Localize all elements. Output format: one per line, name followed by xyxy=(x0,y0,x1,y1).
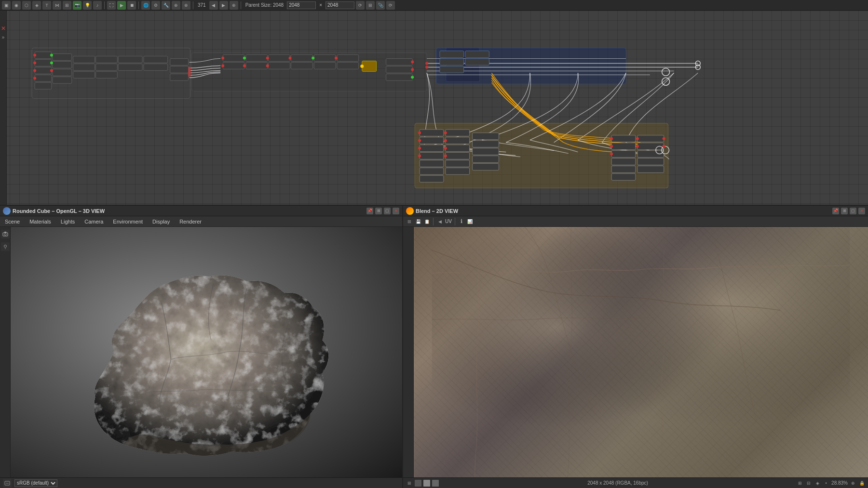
toolbar-icon-sync[interactable]: ⟳ xyxy=(356,1,365,10)
zoom-level: 28.83% xyxy=(831,480,848,486)
toolbar-icon-18[interactable]: ◀ xyxy=(209,1,218,10)
menu-environment[interactable]: Environment xyxy=(111,218,145,225)
svg-rect-131 xyxy=(4,232,6,233)
sep-4 xyxy=(241,1,241,9)
view-2d-pin[interactable]: 📌 xyxy=(832,208,839,214)
toolbar-icon-23[interactable]: ⟳ xyxy=(386,1,395,10)
color-profile-select[interactable]: sRGB (default) xyxy=(14,479,57,487)
toolbar-icon-8[interactable]: 📷 xyxy=(73,1,81,10)
toolbar-number-1: 371 xyxy=(196,2,208,8)
view-3d-maximize[interactable]: ▢ xyxy=(384,208,391,214)
view-2d-left-icons: ⊞ xyxy=(406,480,439,487)
view-2d-restore[interactable]: ⊞ xyxy=(841,208,848,214)
size-input-2[interactable] xyxy=(326,1,354,9)
toolbar-mesh-icon[interactable]: ▣ xyxy=(2,1,11,10)
toolbar-icon-2[interactable]: ◉ xyxy=(12,1,21,10)
view-3d-restore[interactable]: ⊞ xyxy=(375,208,382,214)
toolbar-icon-7[interactable]: ⊞ xyxy=(63,1,71,10)
blend-icon xyxy=(406,207,414,215)
toolbar-icon-10[interactable]: ♪ xyxy=(93,1,102,10)
2d-info-icon[interactable]: ℹ xyxy=(458,218,465,225)
main-area: ✕ » xyxy=(0,11,868,488)
view-3d-bottom: sRGB (default) xyxy=(0,477,402,488)
menu-materials[interactable]: Materials xyxy=(27,218,53,225)
toolbar-icon-19[interactable]: ▶ xyxy=(219,1,228,10)
view-2d-toolbar: ⊞ 💾 📋 ◀ UV ℹ 📊 xyxy=(403,216,868,227)
2d-graph-icon[interactable]: 📊 xyxy=(467,218,474,225)
toolbar-icon-13[interactable]: ⏹ xyxy=(127,1,136,10)
2d-bottom-right: ⊞ ⊟ ◈ • 28.83% ⊕ 🔒 xyxy=(797,480,865,487)
3d-bottom-render-icon[interactable] xyxy=(3,479,12,488)
view-3d-close[interactable]: ✕ xyxy=(393,208,399,214)
2d-bottom-right-icon6[interactable]: 🔒 xyxy=(858,480,865,487)
texture-2d-preview xyxy=(414,227,868,477)
toolbar-icon-21[interactable]: ⊞ xyxy=(366,1,375,10)
rock-3d-preview xyxy=(11,227,402,477)
left-panel-x-button[interactable]: ✕ xyxy=(0,25,7,32)
view-3d-panel: Rounded Cube – OpenGL – 3D VIEW 📌 ⊞ ▢ ✕ … xyxy=(0,206,403,488)
toolbar-icon-16[interactable]: ⊕ xyxy=(172,1,180,10)
toolbar-icon-4[interactable]: ◈ xyxy=(32,1,41,10)
node-editor-background xyxy=(0,11,868,205)
2d-bottom-icon-4[interactable] xyxy=(432,480,439,487)
2d-bottom-icon-2[interactable] xyxy=(415,480,421,487)
light-tool-icon[interactable] xyxy=(1,242,10,251)
camera-icon-3d xyxy=(3,207,11,215)
toolbar-icon-5[interactable]: T xyxy=(42,1,51,10)
2d-bottom-right-icon4[interactable]: • xyxy=(823,480,829,487)
toolbar-icon-11[interactable]: ⛶ xyxy=(107,1,116,10)
menu-renderer[interactable]: Renderer xyxy=(177,218,203,225)
node-editor: ✕ » xyxy=(0,11,868,206)
view-2d-close[interactable]: ✕ xyxy=(858,208,865,214)
2d-bottom-icon-3[interactable] xyxy=(423,480,430,487)
toolbar-icon-6[interactable]: ⋈ xyxy=(53,1,61,10)
view-2d-header: Blend – 2D VIEW 📌 ⊞ ▢ ✕ xyxy=(403,206,868,216)
2d-bottom-right-icon3[interactable]: ◈ xyxy=(814,480,821,487)
view-2d-panel: Blend – 2D VIEW 📌 ⊞ ▢ ✕ ⊞ 💾 📋 ◀ UV ℹ 📊 xyxy=(403,206,868,488)
2d-toolbar-icon-3[interactable]: 📋 xyxy=(423,218,430,225)
toolbar-icon-12[interactable]: ▶ xyxy=(117,1,126,10)
2d-toolbar-icon-2[interactable]: 💾 xyxy=(415,218,421,225)
menu-scene[interactable]: Scene xyxy=(3,218,22,225)
toolbar-icon-3[interactable]: ⬡ xyxy=(22,1,31,10)
menu-camera[interactable]: Camera xyxy=(82,218,105,225)
size-x-label: × xyxy=(317,2,324,8)
bottom-panels: Rounded Cube – OpenGL – 3D VIEW 📌 ⊞ ▢ ✕ … xyxy=(0,206,868,488)
parent-size-label: Parent Size: 2048 xyxy=(244,2,286,8)
toolbar-icon-22[interactable]: 📎 xyxy=(376,1,385,10)
uv-mode-label: UV xyxy=(445,219,452,224)
menu-lights[interactable]: Lights xyxy=(59,218,77,225)
view-3d-pin[interactable]: 📌 xyxy=(366,208,373,214)
toolbar-icon-14[interactable]: ⚙ xyxy=(151,1,160,10)
view-2d-content xyxy=(403,227,868,477)
2d-toolbar-icon-1[interactable]: ⊞ xyxy=(406,218,413,225)
2d-bottom-right-icon5[interactable]: ⊕ xyxy=(850,480,856,487)
2d-sep-2 xyxy=(455,218,455,225)
svg-point-132 xyxy=(4,245,6,248)
toolbar-icon-9[interactable]: 💡 xyxy=(83,1,92,10)
view-2d-left-panel xyxy=(403,227,414,477)
top-toolbar: ▣ ◉ ⬡ ◈ T ⋈ ⊞ 📷 💡 ♪ ⛶ ▶ ⏹ 🌐 ⚙ 🔧 ⊕ ⊗ 371 … xyxy=(0,0,868,11)
toolbar-icon-20[interactable]: ⊕ xyxy=(230,1,238,10)
2d-bottom-right-icon2[interactable]: ⊟ xyxy=(805,480,812,487)
toolbar-icon-scene[interactable]: 🌐 xyxy=(141,1,150,10)
left-panel-expand-button[interactable]: » xyxy=(0,34,7,40)
svg-rect-137 xyxy=(432,227,850,477)
2d-bottom-right-icon1[interactable]: ⊞ xyxy=(797,480,803,487)
view-3d-menubar: Scene Materials Lights Camera Environmen… xyxy=(0,216,402,227)
view-3d-title: Rounded Cube – OpenGL – 3D VIEW xyxy=(13,208,105,214)
camera-tool-icon[interactable] xyxy=(1,230,10,238)
view-3d-content xyxy=(0,227,402,477)
2d-sep-1 xyxy=(433,218,434,225)
menu-display[interactable]: Display xyxy=(150,218,172,225)
2d-toolbar-icon-4[interactable]: ◀ xyxy=(436,218,443,225)
view-2d-bottom: ⊞ 2048 x 2048 (RGBA, 16bpc) ⊞ ⊟ ◈ • 28.8… xyxy=(403,477,868,488)
size-input-1[interactable] xyxy=(287,1,316,9)
view-3d-header: Rounded Cube – OpenGL – 3D VIEW 📌 ⊞ ▢ ✕ xyxy=(0,206,402,216)
toolbar-icon-15[interactable]: 🔧 xyxy=(162,1,170,10)
2d-bottom-icon-1[interactable]: ⊞ xyxy=(406,480,413,487)
view-3d-left-panel xyxy=(0,227,11,477)
view-2d-maximize[interactable]: ▢ xyxy=(850,208,856,214)
toolbar-icon-17[interactable]: ⊗ xyxy=(182,1,190,10)
svg-rect-136 xyxy=(432,227,850,477)
